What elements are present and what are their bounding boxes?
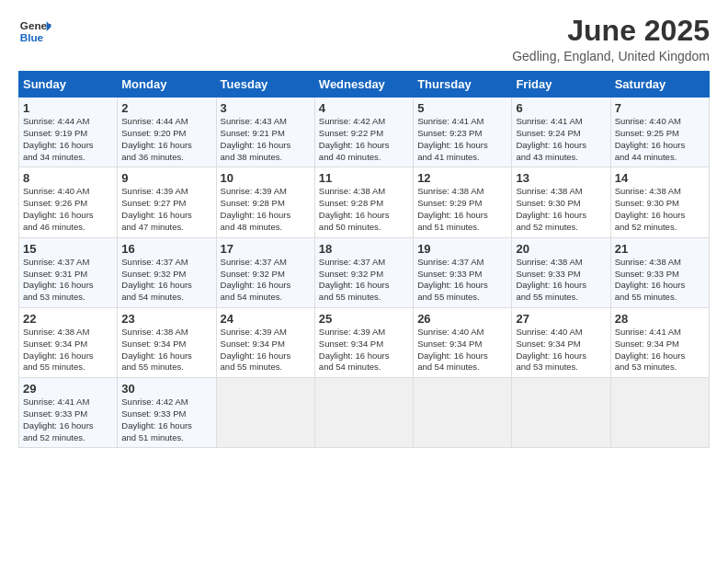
day-number: 29 [23, 382, 113, 396]
day-info: Sunrise: 4:38 AM Sunset: 9:28 PM Dayligh… [319, 186, 409, 233]
calendar-day-cell: 17Sunrise: 4:37 AM Sunset: 9:32 PM Dayli… [216, 237, 314, 307]
day-number: 7 [615, 101, 705, 115]
day-number: 21 [615, 242, 705, 256]
day-number: 13 [516, 171, 606, 185]
calendar-day-cell: 29Sunrise: 4:41 AM Sunset: 9:33 PM Dayli… [19, 378, 118, 448]
day-number: 30 [121, 382, 211, 396]
calendar-header-row: SundayMondayTuesdayWednesdayThursdayFrid… [19, 72, 710, 98]
day-number: 22 [23, 312, 113, 326]
calendar-day-cell: 14Sunrise: 4:38 AM Sunset: 9:30 PM Dayli… [610, 167, 709, 237]
weekday-header: Wednesday [314, 72, 413, 98]
day-info: Sunrise: 4:38 AM Sunset: 9:34 PM Dayligh… [23, 327, 113, 373]
day-info: Sunrise: 4:44 AM Sunset: 9:19 PM Dayligh… [23, 116, 113, 163]
day-number: 18 [319, 242, 409, 256]
calendar-day-cell: 9Sunrise: 4:39 AM Sunset: 9:27 PM Daylig… [118, 167, 216, 237]
logo: General Blue [18, 15, 51, 48]
calendar-day-cell: 1Sunrise: 4:44 AM Sunset: 9:19 PM Daylig… [19, 98, 118, 167]
location-subtitle: Gedling, England, United Kingdom [512, 49, 710, 63]
day-number: 20 [516, 242, 606, 256]
day-info: Sunrise: 4:38 AM Sunset: 9:29 PM Dayligh… [417, 186, 507, 233]
weekday-header: Saturday [610, 72, 709, 98]
calendar-day-cell: 6Sunrise: 4:41 AM Sunset: 9:24 PM Daylig… [512, 98, 610, 167]
day-number: 17 [221, 242, 311, 256]
calendar-week-row: 8Sunrise: 4:40 AM Sunset: 9:26 PM Daylig… [19, 167, 710, 237]
calendar-day-cell [216, 378, 314, 448]
day-info: Sunrise: 4:39 AM Sunset: 9:34 PM Dayligh… [221, 327, 311, 373]
logo-icon: General Blue [18, 15, 51, 48]
calendar-day-cell: 7Sunrise: 4:40 AM Sunset: 9:25 PM Daylig… [610, 98, 709, 167]
calendar-day-cell: 26Sunrise: 4:40 AM Sunset: 9:34 PM Dayli… [414, 307, 512, 377]
header: General Blue June 2025 Gedling, England,… [18, 15, 710, 63]
day-number: 10 [221, 171, 311, 185]
calendar-day-cell: 20Sunrise: 4:38 AM Sunset: 9:33 PM Dayli… [512, 237, 610, 307]
calendar-day-cell: 19Sunrise: 4:37 AM Sunset: 9:33 PM Dayli… [414, 237, 512, 307]
calendar-day-cell: 16Sunrise: 4:37 AM Sunset: 9:32 PM Dayli… [118, 237, 216, 307]
day-number: 9 [121, 171, 211, 185]
day-info: Sunrise: 4:40 AM Sunset: 9:25 PM Dayligh… [615, 116, 705, 163]
month-title: June 2025 [512, 15, 710, 47]
calendar-day-cell: 21Sunrise: 4:38 AM Sunset: 9:33 PM Dayli… [610, 237, 709, 307]
day-number: 11 [319, 171, 409, 185]
calendar-day-cell: 27Sunrise: 4:40 AM Sunset: 9:34 PM Dayli… [512, 307, 610, 377]
day-info: Sunrise: 4:38 AM Sunset: 9:30 PM Dayligh… [615, 186, 705, 233]
day-info: Sunrise: 4:38 AM Sunset: 9:33 PM Dayligh… [516, 257, 606, 304]
calendar-week-row: 22Sunrise: 4:38 AM Sunset: 9:34 PM Dayli… [19, 307, 710, 377]
calendar-day-cell: 23Sunrise: 4:38 AM Sunset: 9:34 PM Dayli… [118, 307, 216, 377]
day-number: 6 [516, 101, 606, 115]
calendar-day-cell: 13Sunrise: 4:38 AM Sunset: 9:30 PM Dayli… [512, 167, 610, 237]
calendar-day-cell: 8Sunrise: 4:40 AM Sunset: 9:26 PM Daylig… [19, 167, 118, 237]
day-info: Sunrise: 4:37 AM Sunset: 9:32 PM Dayligh… [221, 257, 311, 304]
calendar-day-cell: 11Sunrise: 4:38 AM Sunset: 9:28 PM Dayli… [314, 167, 413, 237]
day-number: 24 [221, 312, 311, 326]
day-info: Sunrise: 4:37 AM Sunset: 9:31 PM Dayligh… [23, 257, 113, 304]
day-info: Sunrise: 4:44 AM Sunset: 9:20 PM Dayligh… [121, 116, 211, 163]
calendar-day-cell: 18Sunrise: 4:37 AM Sunset: 9:32 PM Dayli… [314, 237, 413, 307]
page-container: General Blue June 2025 Gedling, England,… [0, 0, 728, 457]
calendar-week-row: 29Sunrise: 4:41 AM Sunset: 9:33 PM Dayli… [19, 378, 710, 448]
day-number: 4 [319, 101, 409, 115]
calendar-day-cell: 12Sunrise: 4:38 AM Sunset: 9:29 PM Dayli… [414, 167, 512, 237]
day-info: Sunrise: 4:39 AM Sunset: 9:27 PM Dayligh… [121, 186, 211, 233]
day-info: Sunrise: 4:41 AM Sunset: 9:24 PM Dayligh… [516, 116, 606, 163]
day-number: 16 [121, 242, 211, 256]
calendar-day-cell: 5Sunrise: 4:41 AM Sunset: 9:23 PM Daylig… [414, 98, 512, 167]
calendar-day-cell: 3Sunrise: 4:43 AM Sunset: 9:21 PM Daylig… [216, 98, 314, 167]
day-number: 25 [319, 312, 409, 326]
day-info: Sunrise: 4:41 AM Sunset: 9:23 PM Dayligh… [417, 116, 507, 163]
day-number: 8 [23, 171, 113, 185]
calendar-day-cell: 22Sunrise: 4:38 AM Sunset: 9:34 PM Dayli… [19, 307, 118, 377]
calendar-day-cell: 2Sunrise: 4:44 AM Sunset: 9:20 PM Daylig… [118, 98, 216, 167]
day-info: Sunrise: 4:40 AM Sunset: 9:34 PM Dayligh… [417, 327, 507, 373]
weekday-header: Thursday [414, 72, 512, 98]
day-info: Sunrise: 4:37 AM Sunset: 9:32 PM Dayligh… [319, 257, 409, 304]
calendar-week-row: 1Sunrise: 4:44 AM Sunset: 9:19 PM Daylig… [19, 98, 710, 167]
day-info: Sunrise: 4:37 AM Sunset: 9:33 PM Dayligh… [417, 257, 507, 304]
day-number: 27 [516, 312, 606, 326]
calendar-day-cell [414, 378, 512, 448]
day-number: 15 [23, 242, 113, 256]
calendar-day-cell: 25Sunrise: 4:39 AM Sunset: 9:34 PM Dayli… [314, 307, 413, 377]
day-info: Sunrise: 4:40 AM Sunset: 9:34 PM Dayligh… [516, 327, 606, 373]
calendar-day-cell: 28Sunrise: 4:41 AM Sunset: 9:34 PM Dayli… [610, 307, 709, 377]
day-info: Sunrise: 4:43 AM Sunset: 9:21 PM Dayligh… [221, 116, 311, 163]
day-number: 12 [417, 171, 507, 185]
calendar-day-cell: 30Sunrise: 4:42 AM Sunset: 9:33 PM Dayli… [118, 378, 216, 448]
calendar-day-cell: 24Sunrise: 4:39 AM Sunset: 9:34 PM Dayli… [216, 307, 314, 377]
day-number: 28 [615, 312, 705, 326]
day-info: Sunrise: 4:38 AM Sunset: 9:33 PM Dayligh… [615, 257, 705, 304]
title-block: June 2025 Gedling, England, United Kingd… [512, 15, 710, 63]
day-number: 5 [417, 101, 507, 115]
day-info: Sunrise: 4:39 AM Sunset: 9:28 PM Dayligh… [221, 186, 311, 233]
weekday-header: Monday [118, 72, 216, 98]
day-number: 19 [417, 242, 507, 256]
day-number: 2 [121, 101, 211, 115]
calendar-day-cell [512, 378, 610, 448]
day-info: Sunrise: 4:40 AM Sunset: 9:26 PM Dayligh… [23, 186, 113, 233]
calendar-table: SundayMondayTuesdayWednesdayThursdayFrid… [18, 71, 710, 448]
day-number: 23 [121, 312, 211, 326]
calendar-day-cell: 15Sunrise: 4:37 AM Sunset: 9:31 PM Dayli… [19, 237, 118, 307]
svg-text:Blue: Blue [20, 31, 44, 43]
calendar-week-row: 15Sunrise: 4:37 AM Sunset: 9:31 PM Dayli… [19, 237, 710, 307]
day-number: 26 [417, 312, 507, 326]
day-info: Sunrise: 4:41 AM Sunset: 9:33 PM Dayligh… [23, 396, 113, 443]
